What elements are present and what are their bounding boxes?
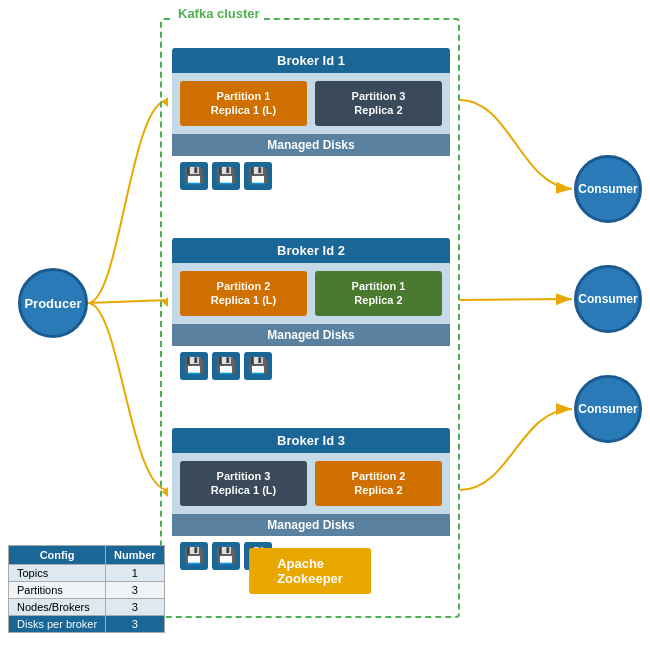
broker-3-partition-1: Partition 3Replica 1 (L) [180,461,307,506]
consumer-2-circle: Consumer [574,265,642,333]
config-row-partitions: Partitions 3 [9,582,165,599]
broker-3-partition-2: Partition 2Replica 2 [315,461,442,506]
broker-1-header: Broker Id 1 [172,48,450,73]
config-header-config: Config [9,546,106,565]
disk-icon-1a: 💾 [180,162,208,190]
broker-1-disk-text: Up to 16 TB per broker [280,170,392,182]
broker-1-body: Partition 1Replica 1 (L) Partition 3Repl… [172,73,450,134]
disk-icon-3a: 💾 [180,542,208,570]
disk-icon-2a: 💾 [180,352,208,380]
consumer-3-circle: Consumer [574,375,642,443]
config-row-nodes: Nodes/Brokers 3 [9,599,165,616]
consumer-1-circle: Consumer [574,155,642,223]
kafka-cluster: Kafka cluster Broker Id 1 Partition 1Rep… [160,18,460,618]
broker-2-managed-content: 💾 💾 💾 Up to 16 TB per broker [172,346,450,386]
broker-2: Broker Id 2 Partition 2Replica 1 (L) Par… [172,238,450,386]
broker-1-partition-1: Partition 1Replica 1 (L) [180,81,307,126]
zookeeper-button: Apache Zookeeper [249,548,371,594]
broker-1-managed-title: Managed Disks [172,134,450,156]
broker-2-disk-text: Up to 16 TB per broker [280,360,392,372]
disk-icon-1c: 💾 [244,162,272,190]
disk-icon-2b: 💾 [212,352,240,380]
disk-icon-3b: 💾 [212,542,240,570]
producer-circle: Producer [18,268,88,338]
broker-1-managed-content: 💾 💾 💾 Up to 16 TB per broker [172,156,450,196]
broker-2-body: Partition 2Replica 1 (L) Partition 1Repl… [172,263,450,324]
config-row-disks: Disks per broker 3 [9,616,165,633]
diagram-container: Kafka cluster Broker Id 1 Partition 1Rep… [0,0,650,661]
kafka-cluster-label: Kafka cluster [174,6,264,21]
config-table: Config Number Topics 1 Partitions 3 Node… [8,545,165,633]
broker-1: Broker Id 1 Partition 1Replica 1 (L) Par… [172,48,450,196]
disk-icon-2c: 💾 [244,352,272,380]
broker-2-partition-1: Partition 2Replica 1 (L) [180,271,307,316]
broker-2-partition-2: Partition 1Replica 2 [315,271,442,316]
disk-icon-1b: 💾 [212,162,240,190]
broker-2-managed-title: Managed Disks [172,324,450,346]
config-header-number: Number [106,546,165,565]
broker-3-header: Broker Id 3 [172,428,450,453]
broker-1-partition-2: Partition 3Replica 2 [315,81,442,126]
broker-3-managed-title: Managed Disks [172,514,450,536]
config-row-topics: Topics 1 [9,565,165,582]
broker-2-header: Broker Id 2 [172,238,450,263]
broker-3-body: Partition 3Replica 1 (L) Partition 2Repl… [172,453,450,514]
